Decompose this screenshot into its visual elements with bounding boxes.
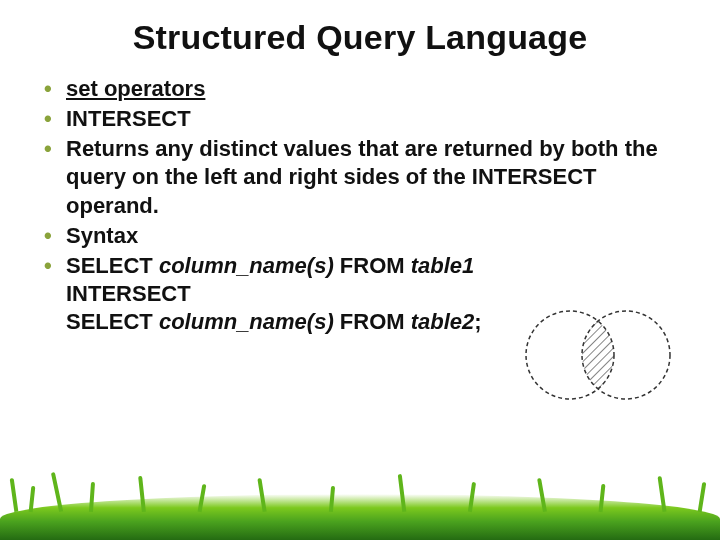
semicolon: ; bbox=[474, 309, 481, 334]
syntax-line-1: SELECT column_name(s) FROM table1 bbox=[66, 252, 680, 280]
kw-from: FROM bbox=[340, 253, 411, 278]
venn-intersect-diagram bbox=[508, 300, 688, 410]
kw-select: SELECT bbox=[66, 309, 159, 334]
slide-title: Structured Query Language bbox=[40, 18, 680, 57]
bullet-text: INTERSECT bbox=[66, 106, 191, 131]
grass-decoration bbox=[0, 460, 720, 540]
kw-from: FROM bbox=[340, 309, 411, 334]
kw-select: SELECT bbox=[66, 253, 159, 278]
bullet-set-operators: set operators bbox=[40, 75, 680, 103]
bullet-text: Returns any distinct values that are ret… bbox=[66, 136, 658, 217]
arg-columns: column_name(s) bbox=[159, 253, 340, 278]
bullet-text: Syntax bbox=[66, 223, 138, 248]
slide: Structured Query Language set operators … bbox=[0, 0, 720, 540]
arg-table1: table1 bbox=[411, 253, 475, 278]
bullet-syntax-label: Syntax bbox=[40, 222, 680, 250]
bullet-list: set operators INTERSECT Returns any dist… bbox=[40, 75, 680, 336]
bullet-description: Returns any distinct values that are ret… bbox=[40, 135, 680, 219]
arg-table2: table2 bbox=[411, 309, 475, 334]
bullet-text: set operators bbox=[66, 76, 205, 101]
arg-columns: column_name(s) bbox=[159, 309, 340, 334]
bullet-intersect: INTERSECT bbox=[40, 105, 680, 133]
